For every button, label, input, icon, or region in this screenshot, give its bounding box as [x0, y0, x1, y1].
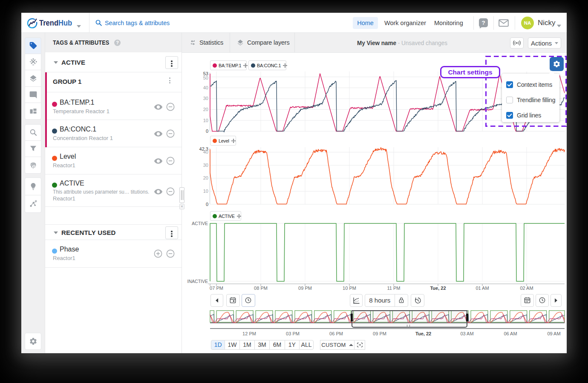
svg-text:09 PM: 09 PM	[298, 286, 312, 291]
svg-text:30: 30	[203, 163, 208, 168]
svg-text:06 AM: 06 AM	[504, 331, 517, 336]
svg-text:10: 10	[203, 118, 208, 123]
svg-text:08 PM: 08 PM	[254, 286, 268, 291]
svg-text:07 PM: 07 PM	[210, 286, 223, 291]
svg-text:03 PM: 03 PM	[286, 331, 300, 336]
svg-text:12 PM: 12 PM	[242, 331, 256, 336]
svg-text:06 PM: 06 PM	[329, 331, 343, 336]
svg-text:0: 0	[206, 129, 208, 134]
svg-text:09 AM: 09 AM	[547, 331, 560, 336]
svg-text:02 AM: 02 AM	[520, 286, 533, 291]
svg-text:50: 50	[203, 75, 208, 80]
svg-text:20: 20	[203, 175, 208, 180]
svg-text:Tue, 22: Tue, 22	[415, 331, 431, 336]
svg-text:20: 20	[203, 107, 208, 112]
svg-text:09 PM: 09 PM	[373, 331, 386, 336]
svg-text:10 PM: 10 PM	[343, 286, 356, 291]
svg-text:40: 40	[203, 149, 208, 154]
svg-text:03 AM: 03 AM	[460, 331, 473, 336]
svg-text:Tue, 22: Tue, 22	[430, 286, 446, 291]
svg-text:30: 30	[203, 96, 208, 101]
svg-text:01 AM: 01 AM	[476, 286, 489, 291]
svg-text:ACTIVE: ACTIVE	[192, 221, 208, 226]
svg-text:0: 0	[206, 202, 208, 207]
svg-text:40: 40	[203, 85, 208, 90]
svg-text:INACTIVE: INACTIVE	[187, 279, 208, 284]
svg-text:10: 10	[203, 189, 208, 194]
svg-text:11 PM: 11 PM	[387, 286, 401, 291]
